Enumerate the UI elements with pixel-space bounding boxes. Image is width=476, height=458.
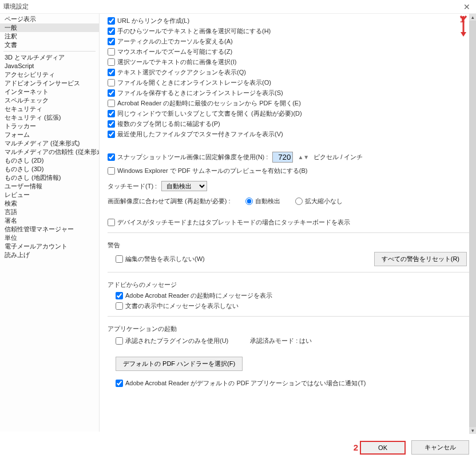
option-checkbox[interactable]: ファイルを保存するときにオンラインストレージを表示(S) [108,89,470,97]
ok-button[interactable]: OK [360,441,406,455]
scroll-down-icon[interactable]: ▾ [469,427,476,434]
window-title: 環境設定 [3,2,29,11]
sidebar-item[interactable]: JavaScript [0,62,99,70]
option-checkbox[interactable]: URL からリンクを作成(L) [108,17,470,25]
option-checkbox[interactable]: 手のひらツールでテキストと画像を選択可能にする(H) [108,27,470,35]
titlebar: 環境設定 ✕ [0,0,476,14]
sidebar-item[interactable]: ユーザー情報 [0,182,99,191]
touch-mode-label: タッチモード(T) : [108,182,157,191]
sidebar-item[interactable]: セキュリティ [0,105,99,113]
close-icon[interactable]: ✕ [461,2,473,11]
sidebar-item[interactable]: レビュー [0,191,99,199]
sidebar-item[interactable]: 一般 [0,23,99,32]
touch-mode-select[interactable]: 自動検出 [161,181,207,191]
warn-section-title: 警告 [108,241,470,250]
category-sidebar: ページ表示一般注釈文書3D とマルチメディアJavaScriptアクセシビリティ… [0,14,100,432]
sidebar-item[interactable]: 注釈 [0,32,99,41]
approved-plugins-checkbox[interactable]: 承認されたプラグインのみを使用(U) [116,337,228,345]
option-checkbox[interactable]: 選択ツールでテキストの前に画像を選択(I) [108,58,470,66]
resolution-label: 画面解像度に合わせて調整 (再起動が必要) : [108,197,231,206]
callout-2: 2 [354,443,358,452]
sidebar-item[interactable]: ページ表示 [0,15,99,23]
hide-warn-checkbox[interactable]: 編集の警告を表示しない(W) [116,255,205,263]
sidebar-item[interactable]: 検索 [0,199,99,208]
sidebar-item[interactable]: マルチメディア (従来形式) [0,139,99,148]
cancel-button[interactable]: キャンセル [411,440,469,455]
approved-mode-label: 承認済みモード : はい [250,337,312,345]
sidebar-item[interactable]: 信頼性管理マネージャー [0,225,99,234]
resolution-auto-radio[interactable]: 自動検出 [245,197,280,206]
sidebar-item[interactable]: 単位 [0,234,99,242]
option-checkbox[interactable]: Acrobat Reader の起動時に最後のセッションから PDF を開く(E… [108,99,470,108]
snapshot-checkbox[interactable]: スナップショットツール画像に固定解像度を使用(N) : [108,153,268,161]
settings-panel: URL からリンクを作成(L)手のひらツールでテキストと画像を選択可能にする(H… [100,14,476,432]
option-checkbox[interactable]: ファイルを開くときにオンラインストレージを表示(O) [108,78,470,87]
option-checkbox[interactable]: テキスト選択でクイックアクションを表示(Q) [108,68,470,77]
sidebar-item[interactable]: アドビオンラインサービス [0,79,99,88]
reset-warnings-button[interactable]: すべての警告をリセット(R) [374,252,467,266]
option-checkbox[interactable]: マウスホイールでズームを可能にする(Z) [108,48,470,56]
sidebar-item[interactable]: 言語 [0,208,99,216]
resolution-scale-radio[interactable]: 拡大縮小なし [295,197,343,206]
sidebar-item[interactable]: ものさし (地図情報) [0,173,99,182]
sidebar-item[interactable]: トラッカー [0,122,99,131]
default-notify-checkbox[interactable]: Adobe Acrobat Reader がデフォルトの PDF アプリケーショ… [116,379,470,388]
touch-keyboard-checkbox[interactable]: デバイスがタッチモードまたはタブレットモードの場合にタッチキーボードを表示 [108,218,470,227]
scroll-up-icon[interactable]: ▴ [469,14,476,21]
option-checkbox[interactable]: 複数のタブを閉じる前に確認する(P) [108,120,470,128]
app-launch-title: アプリケーションの起動 [108,325,470,333]
sidebar-item[interactable]: スペルチェック [0,96,99,105]
option-checkbox[interactable]: 同じウィンドウで新しいタブとして文書を開く (再起動が必要)(D) [108,109,470,118]
explorer-thumb-checkbox[interactable]: Windows Explorer で PDF サムネールのプレビューを有効にする… [108,167,470,175]
option-checkbox[interactable]: アーティクルの上でカーソルを変える(A) [108,37,470,46]
sidebar-item[interactable]: 読み上げ [0,251,99,259]
sidebar-item[interactable]: 文書 [0,41,99,49]
pdf-handler-button[interactable]: デフォルトの PDF ハンドラーを選択(F) [116,357,243,371]
sidebar-item[interactable]: インターネット [0,88,99,96]
scrollbar[interactable]: ▴ ▾ [469,14,476,434]
sidebar-item[interactable]: 電子メールアカウント [0,242,99,251]
sidebar-item[interactable]: セキュリティ (拡張) [0,113,99,122]
snapshot-unit: ピクセル / インチ [314,153,363,161]
sidebar-item[interactable]: 3D とマルチメディア [0,53,99,62]
sidebar-item[interactable]: アクセシビリティ [0,70,99,79]
adobe-msg-title: アドビからのメッセージ [108,281,470,289]
option-checkbox[interactable]: 最近使用したファイルタブでスター付きファイルを表示(V) [108,130,470,139]
viewing-msg-checkbox[interactable]: 文書の表示中にメッセージを表示しない [116,302,470,310]
red-arrow-icon [459,15,467,38]
sidebar-item[interactable]: マルチメディアの信頼性 (従来形式) [0,148,99,156]
startup-msg-checkbox[interactable]: Adobe Acrobat Reader の起動時にメッセージを表示 [116,291,470,300]
snapshot-resolution-input[interactable] [272,152,293,163]
sidebar-item[interactable]: ものさし (2D) [0,156,99,165]
sidebar-item[interactable]: 署名 [0,216,99,225]
sidebar-item[interactable]: フォーム [0,131,99,139]
sidebar-item[interactable]: ものさし (3D) [0,165,99,173]
